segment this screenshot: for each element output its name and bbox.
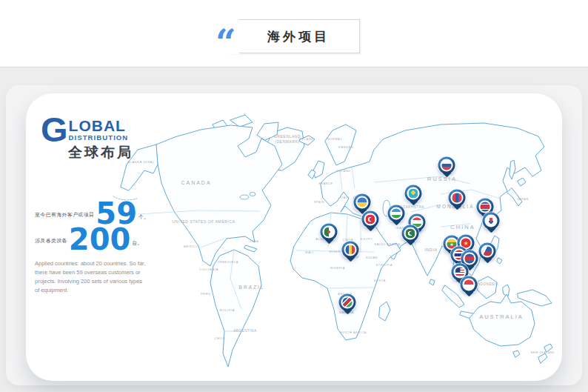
logo-text-distribution: DISTRIBUTION: [69, 133, 129, 142]
flag-icon-kh: [465, 254, 475, 264]
stats-description: Applied countries: about 20 countries. S…: [35, 259, 147, 295]
pin-ring: [463, 279, 475, 291]
map-pin-ukraine: [354, 194, 371, 211]
map-pin-south-korea: [483, 213, 500, 230]
pin-ring: [404, 227, 417, 240]
flag-icon-my: [455, 268, 465, 277]
pin-ring: [485, 215, 498, 227]
flag-icon-kz: [409, 189, 418, 199]
stat2-value: 200: [69, 227, 131, 252]
pin-ring: [341, 296, 354, 309]
flag-icon-tr: [366, 215, 375, 225]
flag-icon-ph: [483, 247, 492, 256]
map-pin-pakistan: [402, 225, 419, 242]
map-pin-mongolia: [449, 190, 466, 207]
section-header: “ 海外项目: [0, 0, 588, 67]
pin-ring: [344, 244, 357, 256]
flag-icon-kp: [481, 202, 490, 212]
logo-text-chinese: 全球布局: [41, 143, 159, 162]
global-distribution-logo: G LOBAL DISTRIBUTION 全球布局: [41, 116, 159, 162]
map-pin-russia: [438, 157, 455, 174]
map-outer-card: ALASKA (USA)CANADAGREENLAND(DENMARK)UNIT…: [6, 85, 582, 385]
quote-icon: “: [213, 19, 239, 54]
map-card: ALASKA (USA)CANADAGREENLAND(DENMARK)UNIT…: [26, 93, 562, 381]
pin-ring: [479, 201, 492, 213]
map-pin-uzbekistan: [388, 205, 405, 222]
map-pin-indonesia: [461, 276, 478, 293]
flag-icon-kr: [487, 216, 496, 226]
stat1-unit: 个。: [138, 213, 149, 226]
map-pin-kazakhstan: [405, 185, 422, 202]
flag-icon-id: [464, 280, 474, 290]
stat2-unit: 台。: [132, 239, 142, 252]
flag-icon-dz: [324, 227, 334, 237]
page: “ 海外项目: [0, 0, 588, 392]
flag-icon-ua: [358, 198, 367, 207]
flag-icon-pk: [406, 229, 415, 239]
pin-ring: [323, 226, 335, 239]
map-pin-algeria: [321, 224, 338, 241]
flag-icon-uz: [392, 209, 401, 219]
pin-ring: [441, 159, 453, 172]
stats-block: 至今已有海外客户或项目 59 个。 涉及各类设备 200 台。 Applied …: [35, 202, 162, 295]
pin-ring: [407, 187, 420, 200]
stat-row-equipment: 涉及各类设备 200 台。: [35, 227, 162, 252]
flag-icon-td: [346, 245, 355, 255]
flag-icon-na: [343, 298, 353, 308]
pin-ring: [451, 192, 464, 205]
map-pin-namibia: [339, 294, 356, 311]
flag-icon-vn: [461, 239, 471, 248]
pin-ring: [481, 245, 494, 258]
pin-ring: [464, 253, 476, 265]
content-section: ALASKA (USA)CANADAGREENLAND(DENMARK)UNIT…: [0, 67, 588, 392]
stat2-label: 涉及各类设备: [35, 237, 67, 252]
flag-icon-mn: [452, 193, 462, 203]
logo-text-lobal: LOBAL: [69, 118, 129, 133]
pin-ring: [356, 196, 369, 209]
logo-letter-g: G: [41, 116, 68, 144]
flag-icon-ru: [442, 161, 452, 170]
map-pin-turkey: [362, 211, 379, 228]
pin-ring: [390, 207, 403, 220]
map-pin-chad: [342, 242, 359, 259]
section-title: 海外项目: [258, 28, 330, 45]
map-pin-philippines: [479, 243, 496, 260]
pin-ring: [364, 213, 377, 226]
section-title-box: “ 海外项目: [228, 19, 360, 53]
